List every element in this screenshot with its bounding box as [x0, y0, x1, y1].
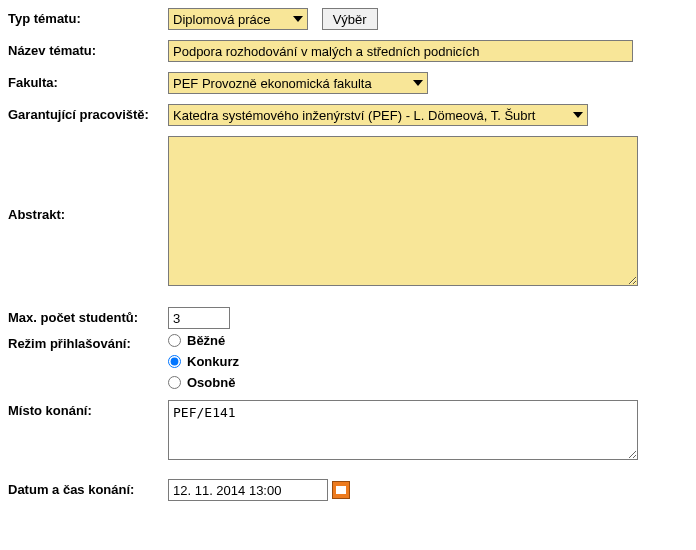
signup-mode-label: Režim přihlašování: [8, 333, 168, 351]
date-time-label: Datum a čas konání: [8, 479, 168, 497]
faculty-label: Fakulta: [8, 72, 168, 90]
department-label: Garantující pracoviště: [8, 104, 168, 122]
signup-radio-personal-label: Osobně [187, 375, 235, 390]
signup-mode-option-personal: Osobně [168, 375, 688, 390]
topic-type-select[interactable]: Diplomová práce [168, 8, 308, 30]
max-students-input[interactable] [168, 307, 230, 329]
signup-radio-normal-label: Běžné [187, 333, 225, 348]
venue-label: Místo konání: [8, 400, 168, 418]
venue-textarea[interactable] [168, 400, 638, 460]
signup-mode-group: Běžné Konkurz Osobně [168, 333, 688, 390]
department-select[interactable]: Katedra systémového inženýrství (PEF) - … [168, 104, 588, 126]
topic-name-input[interactable] [168, 40, 633, 62]
signup-radio-contest-label: Konkurz [187, 354, 239, 369]
signup-radio-contest[interactable] [168, 355, 181, 368]
select-button[interactable]: Výběr [322, 8, 378, 30]
signup-mode-option-normal: Běžné [168, 333, 688, 348]
faculty-select[interactable]: PEF Provozně ekonomická fakulta [168, 72, 428, 94]
date-time-input[interactable] [168, 479, 328, 501]
calendar-icon[interactable] [332, 481, 350, 499]
topic-name-label: Název tématu: [8, 40, 168, 58]
signup-radio-personal[interactable] [168, 376, 181, 389]
abstract-label: Abstrakt: [8, 204, 168, 222]
max-students-label: Max. počet studentů: [8, 307, 168, 325]
topic-type-label: Typ tématu: [8, 8, 168, 26]
signup-radio-normal[interactable] [168, 334, 181, 347]
abstract-textarea[interactable] [168, 136, 638, 286]
signup-mode-option-contest: Konkurz [168, 354, 688, 369]
